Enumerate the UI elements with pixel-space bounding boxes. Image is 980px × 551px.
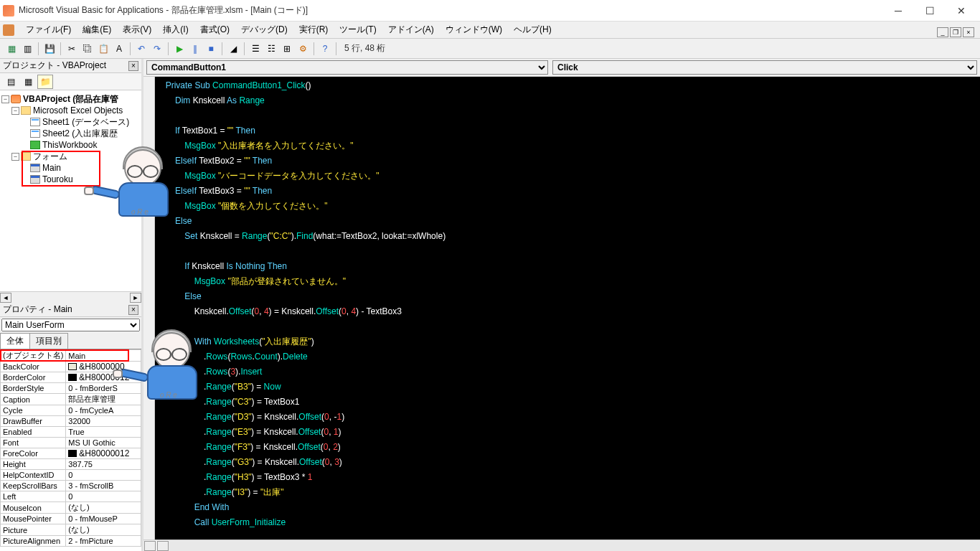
menu-insert[interactable]: 挿入(I) <box>157 22 194 37</box>
worksheet-icon <box>30 118 40 126</box>
project-tree[interactable]: −VBAProject (部品在庫管 −Microsoft Excel Obje… <box>0 90 141 291</box>
userform-icon <box>30 175 40 184</box>
menu-window[interactable]: ウィンドウ(W) <box>440 22 508 37</box>
undo-icon[interactable]: ↶ <box>134 42 149 56</box>
tree-thisworkbook[interactable]: ThisWorkbook <box>42 140 97 150</box>
tree-sheet1[interactable]: Sheet1 (データベース) <box>42 116 129 128</box>
menu-tools[interactable]: ツール(T) <box>334 22 382 37</box>
tree-project[interactable]: VBAProject (部品在庫管 <box>23 93 118 105</box>
paste-icon[interactable]: 📋 <box>96 42 110 56</box>
mdi-minimize-button[interactable]: _ <box>937 27 948 37</box>
mdi-close-button[interactable]: × <box>963 27 974 37</box>
cursor-position: 5 行, 48 桁 <box>344 42 385 55</box>
scroll-left-icon[interactable]: ◄ <box>0 293 11 303</box>
insert-module-icon[interactable]: ▥ <box>20 42 34 56</box>
project-hscroll[interactable]: ◄ ► <box>0 291 141 303</box>
cut-icon[interactable]: ✂ <box>65 42 79 56</box>
properties-panel-title: プロパティ - Main <box>3 303 128 316</box>
menu-run[interactable]: 実行(R) <box>293 22 334 37</box>
toolbar: ▦ ▥ 💾 ✂ ⿻ 📋 A ↶ ↷ ▶ ‖ ■ ◢ ☰ ☷ ⊞ ⚙ ? 5 行,… <box>0 39 980 59</box>
project-explorer-icon[interactable]: ☰ <box>248 42 263 56</box>
run-icon[interactable]: ▶ <box>172 42 187 56</box>
reset-icon[interactable]: ■ <box>204 42 218 56</box>
menu-file[interactable]: ファイル(F) <box>20 22 77 37</box>
userform-icon <box>30 164 40 172</box>
properties-icon[interactable]: ☷ <box>264 42 278 56</box>
properties-object-select[interactable]: Main UserForm <box>1 319 140 331</box>
titlebar: Microsoft Visual Basic for Applications … <box>0 0 980 22</box>
view-code-icon[interactable]: ▤ <box>3 75 19 89</box>
project-panel-title: プロジェクト - VBAProject <box>3 60 128 72</box>
workbook-icon <box>30 141 40 149</box>
menu-help[interactable]: ヘルプ(H) <box>508 22 557 37</box>
scroll-right-icon[interactable]: ► <box>130 293 141 303</box>
properties-grid[interactable]: (オブジェクト名)MainBackColor&H8000000BorderCol… <box>0 349 141 551</box>
save-icon[interactable]: 💾 <box>42 42 57 56</box>
folder-icon <box>21 106 31 115</box>
copy-icon[interactable]: ⿻ <box>80 42 95 56</box>
tree-toggle-icon[interactable]: − <box>11 107 19 115</box>
view-object-icon[interactable]: ▦ <box>20 75 36 89</box>
tab-alphabetic[interactable]: 全体 <box>0 333 30 349</box>
menu-addins[interactable]: アドイン(A) <box>382 22 440 37</box>
procedure-view-icon[interactable] <box>144 541 156 551</box>
excel-icon[interactable]: ▦ <box>4 42 19 56</box>
worksheet-icon <box>30 129 40 138</box>
margin-indicator-bar[interactable] <box>143 77 155 540</box>
tree-sheet2[interactable]: Sheet2 (入出庫履歴 <box>42 128 118 140</box>
procedure-combo[interactable]: Click <box>552 60 977 75</box>
tree-objects-folder[interactable]: Microsoft Excel Objects <box>33 105 123 116</box>
tree-toggle-icon[interactable]: − <box>1 95 9 103</box>
app-icon <box>3 5 14 17</box>
code-editor[interactable]: Private Sub CommandButton1_Click() Dim K… <box>155 77 980 540</box>
object-combo[interactable]: CommandButton1 <box>146 60 548 75</box>
folder-icon <box>21 152 31 161</box>
tree-form-main[interactable]: Main <box>42 163 61 173</box>
minimize-button[interactable]: ─ <box>882 1 914 21</box>
find-icon[interactable]: A <box>112 42 126 56</box>
code-combo-row: CommandButton1 Click <box>143 59 980 77</box>
maximize-button[interactable]: ☐ <box>914 1 946 21</box>
code-hscroll[interactable] <box>143 540 980 551</box>
properties-tabs: 全体 項目別 <box>0 333 141 349</box>
properties-panel-close-icon[interactable]: × <box>128 305 138 315</box>
mdi-restore-button[interactable]: ❐ <box>950 27 961 37</box>
menu-view[interactable]: 表示(V) <box>117 22 157 37</box>
project-icon <box>11 95 21 103</box>
project-panel-close-icon[interactable]: × <box>128 61 138 71</box>
toggle-folders-icon[interactable]: 📁 <box>37 75 53 89</box>
menubar: ファイル(F) 編集(E) 表示(V) 挿入(I) 書式(O) デバッグ(D) … <box>0 22 980 39</box>
properties-panel-header: プロパティ - Main × <box>0 303 141 317</box>
redo-icon[interactable]: ↷ <box>150 42 164 56</box>
full-module-view-icon[interactable] <box>157 541 169 551</box>
menu-debug[interactable]: デバッグ(D) <box>235 22 293 37</box>
tree-forms-folder[interactable]: フォーム <box>33 151 67 163</box>
tree-form-touroku[interactable]: Touroku <box>42 174 73 184</box>
object-browser-icon[interactable]: ⊞ <box>280 42 294 56</box>
window-title: Microsoft Visual Basic for Applications … <box>19 4 882 17</box>
vba-icon <box>3 24 14 36</box>
tree-toggle-icon[interactable]: − <box>11 153 19 161</box>
tab-categorized[interactable]: 項目別 <box>29 333 68 349</box>
break-icon[interactable]: ‖ <box>188 42 202 56</box>
project-panel-header: プロジェクト - VBAProject × <box>0 59 141 73</box>
help-icon[interactable]: ? <box>318 42 332 56</box>
menu-edit[interactable]: 編集(E) <box>77 22 117 37</box>
project-panel-toolbar: ▤ ▦ 📁 <box>0 73 141 90</box>
design-mode-icon[interactable]: ◢ <box>226 42 240 56</box>
toolbox-icon[interactable]: ⚙ <box>296 42 310 56</box>
menu-format[interactable]: 書式(O) <box>194 22 235 37</box>
close-button[interactable]: ✕ <box>946 1 977 21</box>
